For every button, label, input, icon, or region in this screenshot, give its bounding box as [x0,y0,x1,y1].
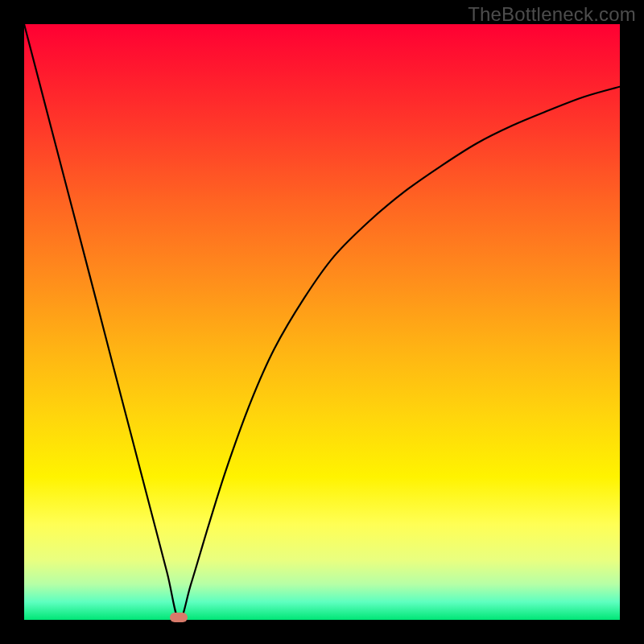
plot-area [24,24,620,620]
watermark-text: TheBottleneck.com [468,3,636,26]
chart-frame: TheBottleneck.com [0,0,644,644]
bottleneck-curve [24,24,620,620]
minimum-marker [170,613,188,622]
